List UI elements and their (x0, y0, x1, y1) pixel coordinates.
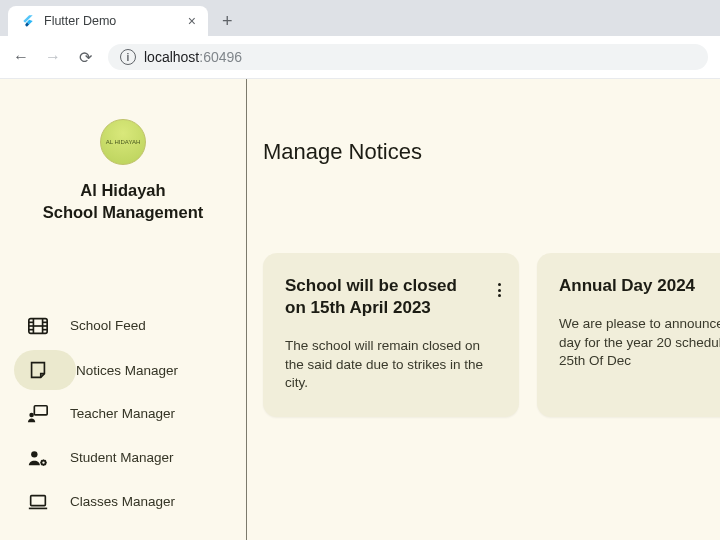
svg-point-11 (41, 460, 45, 464)
sidebar-item-label: Teacher Manager (70, 406, 175, 421)
sidebar: AL HIDAYAH Al Hidayah School Management … (0, 79, 247, 540)
reload-button[interactable]: ⟳ (76, 48, 94, 67)
notice-body: The school will remain closed on the sai… (285, 337, 499, 393)
laptop-icon (24, 490, 52, 514)
browser-chrome: Flutter Demo × + ← → ⟳ i localhost:60496 (0, 0, 720, 79)
url-port: :60496 (199, 49, 242, 65)
notice-card-list: School will be closed on 15th April 2023… (263, 253, 720, 417)
tab-title: Flutter Demo (44, 14, 180, 28)
flutter-favicon-icon (20, 13, 36, 29)
back-button[interactable]: ← (12, 48, 30, 66)
sidebar-nav: School Feed Notices Manager Teacher Mana… (0, 306, 246, 522)
sidebar-item-notices-manager[interactable]: Notices Manager (14, 350, 76, 390)
notice-title: Annual Day 2024 (559, 275, 720, 297)
main-content: Manage Notices School will be closed on … (247, 79, 720, 540)
sidebar-item-teacher-manager[interactable]: Teacher Manager (14, 394, 232, 434)
new-tab-button[interactable]: + (214, 7, 241, 36)
svg-point-9 (29, 412, 34, 417)
page-title: Manage Notices (263, 139, 720, 165)
notice-body: We are please to announce annual day for… (559, 315, 720, 371)
teacher-icon (24, 402, 52, 426)
svg-rect-12 (31, 495, 46, 505)
site-info-icon[interactable]: i (120, 49, 136, 65)
kebab-dot-icon (498, 283, 501, 286)
notice-card[interactable]: School will be closed on 15th April 2023… (263, 253, 519, 417)
svg-point-10 (31, 451, 37, 457)
note-icon (24, 358, 52, 382)
nav-toolbar: ← → ⟳ i localhost:60496 (0, 36, 720, 79)
sidebar-item-label: Student Manager (70, 450, 174, 465)
tab-bar: Flutter Demo × + (0, 0, 720, 36)
school-name: Al Hidayah School Management (43, 179, 203, 224)
svg-rect-8 (34, 405, 47, 414)
notice-title: School will be closed on 15th April 2023 (285, 275, 499, 319)
forward-button[interactable]: → (44, 48, 62, 66)
sidebar-item-school-feed[interactable]: School Feed (14, 306, 232, 346)
student-gear-icon (24, 446, 52, 470)
browser-tab[interactable]: Flutter Demo × (8, 6, 208, 36)
school-logo: AL HIDAYAH (100, 119, 146, 165)
sidebar-item-label: School Feed (70, 318, 146, 333)
sidebar-item-label: Classes Manager (70, 494, 175, 509)
notice-card[interactable]: Annual Day 2024 We are please to announc… (537, 253, 720, 417)
card-menu-button[interactable] (494, 279, 505, 301)
sidebar-item-student-manager[interactable]: Student Manager (14, 438, 232, 478)
close-tab-icon[interactable]: × (188, 13, 196, 29)
film-icon (24, 314, 52, 338)
url-host: localhost (144, 49, 199, 65)
app-root: AL HIDAYAH Al Hidayah School Management … (0, 79, 720, 540)
sidebar-item-classes-manager[interactable]: Classes Manager (14, 482, 232, 522)
sidebar-item-label: Notices Manager (76, 362, 178, 377)
address-bar[interactable]: i localhost:60496 (108, 44, 708, 70)
